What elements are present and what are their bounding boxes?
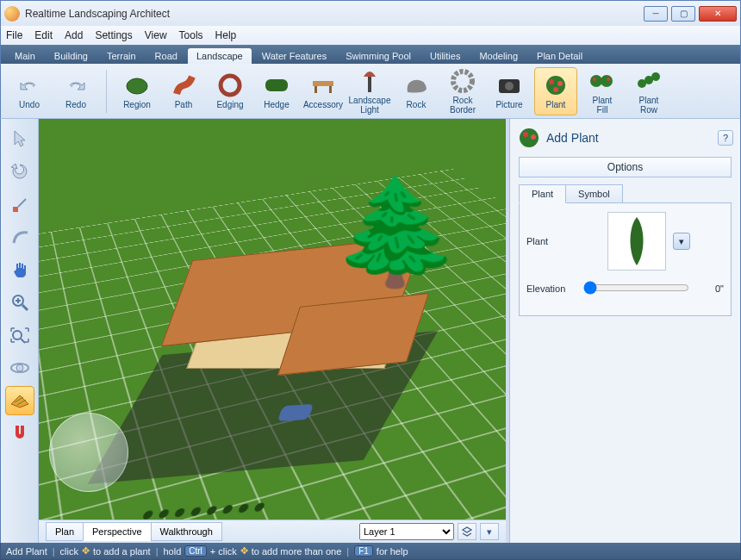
landscape-light-button[interactable]: Landscape Light <box>348 67 391 115</box>
menu-settings[interactable]: Settings <box>95 29 132 41</box>
menu-tools[interactable]: Tools <box>179 29 203 41</box>
plant-fill-icon <box>589 68 615 94</box>
rock-border-button[interactable]: Rock Border <box>441 67 484 115</box>
zoom-in-tool[interactable] <box>5 288 34 317</box>
status-action: Add Plant <box>6 546 47 557</box>
edging-icon <box>217 72 243 98</box>
undo-button[interactable]: Undo <box>8 67 51 115</box>
path-icon <box>171 72 196 98</box>
ribbon-toolbar: Undo Redo Region Path Edging Hedge Acces… <box>0 64 741 119</box>
panel-help-button[interactable]: ? <box>718 130 733 146</box>
undo-icon <box>16 72 42 98</box>
ribbon-tab-road[interactable]: Road <box>146 48 186 64</box>
curve-tool[interactable] <box>5 222 34 252</box>
subtab-symbol[interactable]: Symbol <box>565 184 623 203</box>
plant-picker-dropdown[interactable]: ▾ <box>673 233 690 250</box>
svg-point-14 <box>590 75 602 87</box>
zoom-extents-tool[interactable] <box>5 320 34 350</box>
svg-point-0 <box>127 78 147 94</box>
layer-options-button[interactable] <box>458 523 476 540</box>
layer-dropdown-button[interactable]: ▾ <box>480 523 499 540</box>
maximize-button[interactable]: ▢ <box>671 6 695 22</box>
plant-icon <box>543 72 569 98</box>
svg-line-23 <box>22 305 28 310</box>
plant-label: Plant <box>526 236 576 246</box>
viewport-container: 🌲 ●●●●●●●● Plan Perspective Walkthrough … <box>39 119 509 543</box>
plant-row-button[interactable]: Plant Row <box>627 67 670 115</box>
3d-viewport[interactable]: 🌲 ●●●●●●●● <box>39 119 506 520</box>
ribbon-tab-main[interactable]: Main <box>6 48 44 64</box>
subtab-plant[interactable]: Plant <box>519 184 566 203</box>
snap-tool[interactable] <box>5 419 34 448</box>
region-button[interactable]: Region <box>115 67 159 115</box>
status-bar: Add Plant | click ✥ to add a plant | hol… <box>0 543 741 560</box>
svg-point-16 <box>593 78 596 81</box>
redo-icon <box>63 72 89 98</box>
plant-preview[interactable] <box>607 212 666 271</box>
navigation-ball[interactable] <box>49 413 128 492</box>
ribbon-tab-plan-detail[interactable]: Plan Detail <box>528 48 591 64</box>
plant-row-icon <box>636 68 662 94</box>
ribbon-tab-building[interactable]: Building <box>46 48 97 64</box>
menu-file[interactable]: File <box>6 29 22 41</box>
picture-button[interactable]: Picture <box>488 67 531 115</box>
ribbon-tab-modeling[interactable]: Modeling <box>470 48 526 64</box>
view-tab-walkthrough[interactable]: Walkthrough <box>151 522 222 541</box>
rotate-tool[interactable] <box>5 157 34 186</box>
plant-button[interactable]: Plant <box>534 67 577 115</box>
path-button[interactable]: Path <box>162 67 205 115</box>
edging-button[interactable]: Edging <box>209 67 252 115</box>
redo-button[interactable]: Redo <box>54 67 97 115</box>
menu-edit[interactable]: Edit <box>34 29 53 41</box>
lamp-icon <box>357 68 383 94</box>
rock-button[interactable]: Rock <box>395 67 438 115</box>
elevation-label: Elevation <box>526 283 576 294</box>
close-button[interactable]: ✕ <box>699 6 737 22</box>
svg-point-17 <box>607 78 610 81</box>
menu-view[interactable]: View <box>145 29 167 41</box>
window-title: Realtime Landscaping Architect <box>25 8 644 20</box>
plant-fill-button[interactable]: Plant Fill <box>581 67 624 115</box>
svg-point-11 <box>549 79 554 84</box>
pan-tool[interactable] <box>5 255 34 284</box>
ribbon-tab-swimming-pool[interactable]: Swimming Pool <box>337 48 420 64</box>
layer-select[interactable]: Layer 1 <box>359 523 454 540</box>
svg-rect-5 <box>329 86 332 93</box>
menu-help[interactable]: Help <box>215 29 237 41</box>
elevation-value: 0" <box>696 283 724 294</box>
ribbon-tab-landscape[interactable]: Landscape <box>188 48 252 64</box>
ribbon-tab-water-features[interactable]: Water Features <box>253 48 335 64</box>
svg-point-29 <box>16 364 23 371</box>
svg-rect-4 <box>314 86 317 93</box>
svg-rect-2 <box>265 79 288 91</box>
svg-point-33 <box>523 132 528 137</box>
ribbon-tab-utilities[interactable]: Utilities <box>421 48 469 64</box>
cursor-icon: ✥ <box>240 545 248 557</box>
view-toolbar: Plan Perspective Walkthrough Layer 1 ▾ <box>39 520 506 543</box>
svg-rect-21 <box>13 207 18 212</box>
view-tab-plan[interactable]: Plan <box>46 522 84 541</box>
ribbon-tab-terrain[interactable]: Terrain <box>98 48 145 64</box>
minimize-button[interactable]: ─ <box>644 6 668 22</box>
bench-icon <box>310 72 336 98</box>
svg-rect-6 <box>368 77 371 92</box>
orbit-tool[interactable] <box>5 353 34 383</box>
properties-panel: Add Plant ? Options Plant Symbol Plant ▾… <box>509 119 740 543</box>
svg-point-13 <box>553 87 558 92</box>
accessory-button[interactable]: Accessory <box>302 67 345 115</box>
select-tool[interactable] <box>5 124 34 153</box>
menu-bar: File Edit Add Settings View Tools Help <box>0 26 741 45</box>
app-icon <box>4 6 20 22</box>
elevation-slider[interactable] <box>583 281 689 295</box>
hedge-button[interactable]: Hedge <box>255 67 298 115</box>
svg-point-7 <box>453 72 472 90</box>
move-point-tool[interactable] <box>5 190 34 219</box>
left-toolbar <box>1 119 39 543</box>
menu-add[interactable]: Add <box>65 29 83 41</box>
options-button[interactable]: Options <box>519 157 732 177</box>
view-tab-perspective[interactable]: Perspective <box>83 522 151 541</box>
svg-point-1 <box>221 76 240 95</box>
title-bar: Realtime Landscaping Architect ─ ▢ ✕ <box>0 0 741 26</box>
grid-tool[interactable] <box>5 386 34 415</box>
rock-icon <box>403 72 429 98</box>
